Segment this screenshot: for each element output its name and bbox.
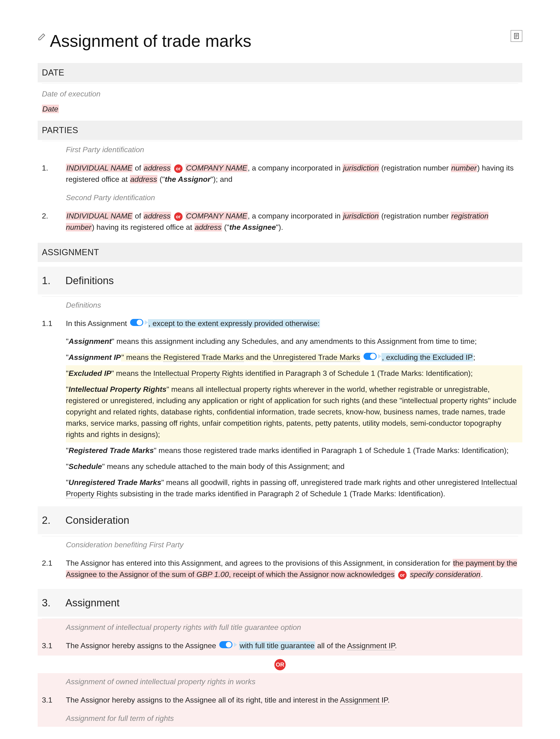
text: " means this assignment including any Sc…	[112, 337, 477, 345]
party2-address-placeholder[interactable]: address	[143, 212, 171, 220]
document-container: Assignment of trade marks DATE Date of e…	[0, 0, 560, 739]
section-1-number: 1.	[42, 273, 65, 288]
text: of	[133, 212, 143, 220]
party2-number: 2.	[42, 210, 61, 221]
term-schedule: Schedule	[68, 462, 102, 471]
edit-icon[interactable]	[38, 32, 46, 41]
document-title: Assignment of trade marks	[50, 28, 511, 54]
or-badge[interactable]: or	[398, 571, 407, 579]
clause-1-1: 1.1 In this Assignment , except to the e…	[38, 313, 522, 333]
text: identified in Paragraph 3 of Schedule 1 …	[243, 369, 473, 378]
chevron-right-icon[interactable]	[234, 642, 237, 647]
text: .	[388, 696, 390, 704]
text: ;	[473, 353, 475, 361]
party1-note: First Party identification	[38, 141, 522, 158]
link-rtm[interactable]: Registered Trade Marks	[163, 353, 244, 362]
party1-company-placeholder[interactable]: COMPANY NAME	[185, 164, 248, 172]
clause-3-1-option-b: Assignment of owned intellectual propert…	[38, 673, 522, 727]
term-assignment-ip: Assignment IP	[68, 353, 121, 361]
text: In this Assignment	[66, 319, 127, 328]
or-badge[interactable]: or	[174, 164, 182, 173]
party1-address2-placeholder[interactable]: address	[130, 175, 158, 183]
party2-block: 2. INDIVIDUAL NAME of address or COMPANY…	[38, 206, 522, 237]
date-header: DATE	[38, 63, 522, 82]
clause-2-1: 2.1 The Assignor has entered into this A…	[38, 553, 522, 584]
party1-name-placeholder[interactable]: INDIVIDUAL NAME	[66, 164, 133, 172]
text: .	[481, 570, 483, 579]
link-assignment-ip[interactable]: Assignment IP	[340, 696, 388, 705]
parties-header: PARTIES	[38, 121, 522, 140]
party2-company-placeholder[interactable]: COMPANY NAME	[185, 212, 248, 220]
date-note: Date of execution	[38, 84, 522, 102]
party1-block: 1. INDIVIDUAL NAME of address or COMPANY…	[38, 158, 522, 189]
text: , receipt of which the Assignor now ackn…	[229, 570, 395, 579]
chevron-right-icon[interactable]	[378, 354, 382, 359]
section-2-heading: 2. Consideration	[38, 506, 522, 534]
text: " means all goodwill, rights in passing …	[161, 478, 481, 487]
text: subsisting in the trade marks identified…	[118, 489, 445, 498]
term-ipr: Intellectual Property Rights	[68, 385, 166, 394]
def-utm: "Unregistered Trade Marks" means all goo…	[38, 474, 522, 502]
link-ipr[interactable]: Intellectual Property Rights	[153, 369, 243, 378]
specify-consideration-placeholder[interactable]: specify consideration	[410, 570, 481, 579]
party1-regnumber-placeholder[interactable]: number	[451, 164, 477, 172]
text: ("	[222, 223, 230, 232]
optional-text: with full title guarantee	[239, 641, 315, 650]
text: The Assignor hereby assigns to the Assig…	[66, 696, 340, 704]
clause-1-1-number: 1.1	[42, 318, 61, 329]
toggle-switch[interactable]	[219, 641, 233, 648]
def-ipr: "Intellectual Property Rights" means all…	[66, 381, 522, 442]
optional-text: , except to the extent expressly provide…	[148, 319, 320, 328]
date-value-row: Date	[38, 102, 522, 121]
text: "); and	[211, 175, 233, 183]
section-1-heading: 1. Definitions	[38, 267, 522, 294]
text: " means the	[121, 353, 163, 361]
party2-name-placeholder[interactable]: INDIVIDUAL NAME	[66, 212, 133, 220]
party2-address2-placeholder[interactable]: address	[194, 223, 222, 232]
def-schedule: "Schedule" means any schedule attached t…	[38, 458, 522, 474]
term-rtm: Registered Trade Marks	[68, 446, 154, 455]
party2-note: Second Party identification	[38, 189, 522, 206]
def-assignment: "Assignment" means this assignment inclu…	[38, 333, 522, 349]
document-outline-icon[interactable]	[511, 30, 522, 42]
section-2-number: 2.	[42, 512, 65, 528]
text: and the	[244, 353, 273, 361]
section-2-title: Consideration	[65, 512, 129, 528]
term-utm: Unregistered Trade Marks	[68, 478, 161, 487]
or-badge-large[interactable]: OR	[274, 659, 286, 670]
clause-3-1a-number: 3.1	[42, 640, 61, 651]
text: of	[133, 164, 143, 172]
title-row: Assignment of trade marks	[38, 28, 522, 54]
optional-text: , excluding the Excluded IP	[382, 353, 473, 361]
text: ) having its registered office at	[92, 223, 194, 232]
amount-placeholder[interactable]: GBP 1.00	[196, 570, 229, 579]
date-placeholder[interactable]: Date	[42, 105, 59, 113]
link-assignment-ip[interactable]: Assignment IP	[347, 641, 395, 650]
text: " means any schedule attached to the mai…	[102, 462, 345, 471]
clause-3-1-option-a: Assignment of intellectual property righ…	[38, 619, 522, 655]
term-assignment: Assignment	[68, 337, 112, 345]
text: all of the	[315, 641, 347, 650]
party1-jurisdiction-placeholder[interactable]: jurisdiction	[342, 164, 379, 172]
text: The Assignor has entered into this Assig…	[66, 559, 453, 567]
clause-3-2-note: Assignment for full term of rights	[38, 710, 522, 727]
text: ("	[157, 175, 165, 183]
text: The Assignor hereby assigns to the Assig…	[66, 641, 218, 650]
party2-role: the Assignee	[229, 223, 276, 232]
section-3-heading: 3. Assignment	[38, 589, 522, 617]
chevron-right-icon[interactable]	[145, 320, 148, 325]
toggle-switch[interactable]	[130, 319, 143, 326]
text: , a company incorporated in	[248, 212, 343, 220]
or-badge[interactable]: or	[174, 212, 182, 221]
definitions-note: Definitions	[38, 297, 522, 313]
def-excluded-ip: "Excluded IP" means the Intellectual Pro…	[66, 365, 522, 381]
party1-number: 1.	[42, 162, 61, 174]
link-utm[interactable]: Unregistered Trade Marks	[273, 353, 360, 362]
party2-jurisdiction-placeholder[interactable]: jurisdiction	[342, 212, 379, 220]
or-separator: OR	[38, 655, 522, 673]
text: (registration number	[379, 164, 451, 172]
toggle-switch[interactable]	[364, 353, 377, 360]
party1-role: the Assignor	[165, 175, 211, 183]
party1-address-placeholder[interactable]: address	[143, 164, 171, 172]
term-excluded-ip: Excluded IP	[68, 369, 111, 378]
